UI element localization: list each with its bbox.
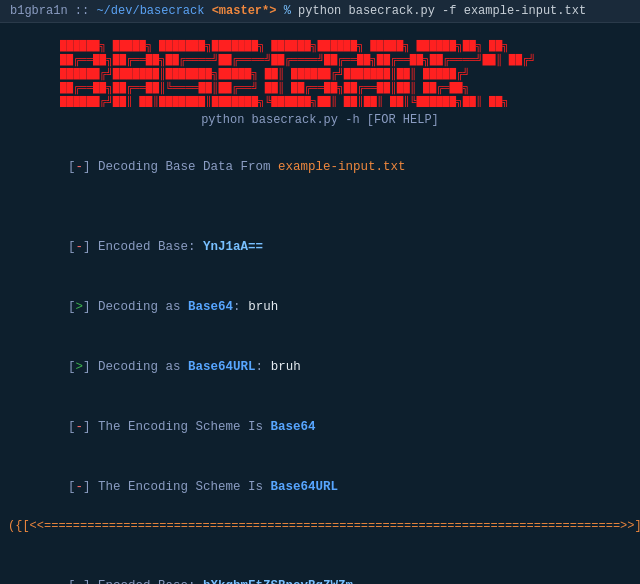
ascii-art-basecrack: .bc { font-family: 'Courier New', monosp… — [8, 35, 632, 107]
bracket: [ — [68, 160, 76, 174]
svg-text:██████╔╝███████║███████╗█████╗: ██████╔╝███████║███████╗█████╗ ██║ █████… — [60, 67, 469, 81]
line-decode64-1: [>] Decoding as Base64: bruh — [8, 277, 632, 337]
line-encoded-1: [-] Encoded Base: YnJ1aA== — [8, 217, 632, 277]
separator-1: ({[<<===================================… — [8, 517, 632, 536]
label: Decoding Base Data From — [91, 160, 279, 174]
bracket: ] — [83, 160, 91, 174]
title-prompt: % — [276, 4, 298, 18]
terminal-content: .bc { font-family: 'Courier New', monosp… — [0, 23, 640, 584]
title-path: ~/dev/basecrack — [96, 4, 204, 18]
dash: - — [76, 160, 84, 174]
line-encoded-2: [-] Encoded Base: bXkgbmFtZSBpcyBqZWZm — [8, 556, 632, 584]
line-decode64url-1: [>] Decoding as Base64URL: bruh — [8, 337, 632, 397]
title-bar: b1gbra1n :: ~/dev/basecrack <master*> % … — [0, 0, 640, 23]
filename-value: example-input.txt — [278, 160, 406, 174]
title-command: python basecrack.py -f example-input.txt — [298, 4, 586, 18]
title-user: b1gbra1n — [10, 4, 68, 18]
line-scheme64url-1: [-] The Encoding Scheme Is Base64URL — [8, 457, 632, 517]
subtitle: python basecrack.py -h [FOR HELP] — [8, 113, 632, 127]
svg-text:██████╗  █████╗ ███████╗██████: ██████╗ █████╗ ███████╗███████╗ ██████╗█… — [60, 39, 509, 53]
title-branch: <master*> — [212, 4, 277, 18]
terminal-output: [-] Decoding Base Data From example-inpu… — [8, 137, 632, 584]
line-decoding-info: [-] Decoding Base Data From example-inpu… — [8, 137, 632, 197]
blank-2 — [8, 536, 632, 556]
title-sep: :: — [68, 4, 97, 18]
svg-text:██╔══██╗██╔══██║╚════██║██╔══╝: ██╔══██╗██╔══██║╚════██║██╔══╝ ██║ ██╔══… — [60, 81, 469, 95]
blank-1 — [8, 197, 632, 217]
line-scheme64-1: [-] The Encoding Scheme Is Base64 — [8, 397, 632, 457]
svg-text:██╔══██╗██╔══██╗██╔════╝██╔═══: ██╔══██╗██╔══██╗██╔════╝██╔════╝██╔════╝… — [60, 53, 535, 67]
svg-text:██████╔╝██║  ██║███████║██████: ██████╔╝██║ ██║███████║███████╗╚██████╗█… — [60, 95, 509, 107]
terminal-window: b1gbra1n :: ~/dev/basecrack <master*> % … — [0, 0, 640, 584]
